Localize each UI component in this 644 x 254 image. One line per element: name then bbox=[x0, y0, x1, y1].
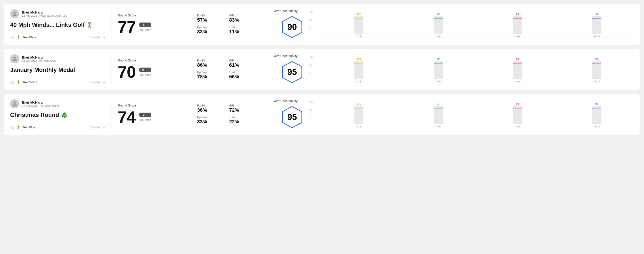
user-info: Blair McHarg 12 Feb 2022 · Royal North D… bbox=[22, 10, 67, 17]
y-axis: 100 50 0 bbox=[309, 56, 313, 74]
chart-grid: 101 OTT 86 APP 96 bbox=[322, 56, 634, 83]
fw-hit-value: 86% bbox=[197, 62, 224, 68]
bar-value: 82 bbox=[595, 12, 598, 15]
round-title: January Monthly Medal bbox=[10, 66, 105, 73]
bar-fill-bg bbox=[513, 65, 522, 79]
bar-fill-bg bbox=[434, 66, 443, 79]
quality-score: 95 bbox=[288, 67, 297, 77]
bar-fill-bg bbox=[354, 108, 364, 124]
round-card: Blair McHarg 12 Feb 2022 · Royal North D… bbox=[4, 3, 640, 45]
bar-marker bbox=[354, 109, 364, 109]
bar-wrapper bbox=[513, 106, 522, 124]
bar-group-putt: 93 PUTT bbox=[560, 102, 634, 128]
score-number: 70 bbox=[118, 64, 136, 80]
gir-label: GIR bbox=[229, 59, 256, 62]
bar-group-app: 87 APP bbox=[401, 102, 475, 128]
bar-value: 95 bbox=[516, 102, 519, 105]
bar-fill-bg bbox=[354, 18, 364, 34]
bar-wrapper bbox=[434, 61, 443, 79]
updown-value: 78% bbox=[197, 74, 224, 80]
hexagon-container: 95 bbox=[280, 60, 304, 84]
oneputt-value: 22% bbox=[229, 119, 256, 125]
bar-marker bbox=[513, 109, 522, 109]
quality-section: Avg Shot Quality 95 bbox=[274, 54, 310, 84]
chart-outer: 100 50 0 101 OTT 86 bbox=[316, 56, 634, 83]
updown-stat: Up/Down 33% bbox=[197, 26, 224, 35]
bar-wrapper bbox=[592, 106, 601, 124]
oneputt-value: 11% bbox=[229, 29, 256, 35]
score-details: +5 18 Holes bbox=[140, 22, 151, 31]
gir-stat: GIR 83% bbox=[229, 14, 256, 23]
middle-section: Round Score 74 +2 18 Holes bbox=[118, 99, 190, 129]
gir-label: GIR bbox=[229, 14, 256, 17]
user-name: Blair McHarg bbox=[22, 10, 67, 14]
bar-value: 107 bbox=[356, 12, 361, 15]
left-section: Blair McHarg 29 Jan 2022 · Mill Ride GCC… bbox=[10, 54, 105, 84]
bar-wrapper bbox=[592, 16, 601, 34]
bar-group-ott: 107 OTT bbox=[322, 12, 396, 38]
gir-value: 83% bbox=[229, 17, 256, 23]
score-number: 77 bbox=[118, 19, 136, 35]
quality-section: Avg Shot Quality 90 bbox=[274, 9, 310, 39]
gir-stat: GIR 72% bbox=[229, 104, 256, 113]
chart-grid: 107 OTT 95 APP 98 bbox=[322, 11, 634, 38]
user-name: Blair McHarg bbox=[22, 101, 59, 104]
tee-info: ☁️ 🏌 Tee: Black bbox=[10, 35, 36, 39]
updown-label: Up/Down bbox=[197, 116, 224, 119]
bar-value: 87 bbox=[437, 102, 440, 105]
user-icon bbox=[12, 11, 17, 16]
bar-fill-bg bbox=[592, 64, 601, 79]
stats-section: FW Hit 36% GIR 72% Up/Down 33% 1 Putt 22… bbox=[197, 99, 256, 129]
stats-section: FW Hit 86% GIR 61% Up/Down 78% 1 Putt 56… bbox=[197, 54, 256, 84]
section-divider-2 bbox=[262, 54, 262, 84]
avatar bbox=[10, 9, 19, 18]
user-icon bbox=[12, 101, 17, 107]
fw-hit-stat: FW Hit 36% bbox=[197, 104, 224, 113]
bar-wrapper bbox=[513, 16, 522, 34]
oneputt-stat: 1 Putt 11% bbox=[229, 26, 256, 35]
stats-section: FW Hit 57% GIR 83% Up/Down 33% 1 Putt 11… bbox=[197, 9, 256, 39]
user-icon bbox=[12, 56, 17, 61]
tee-label: Tee: Yellow bbox=[23, 81, 38, 84]
chart-section: 100 50 0 110 OTT 87 bbox=[316, 99, 634, 129]
gir-value: 61% bbox=[229, 62, 256, 68]
score-badge: -2 bbox=[140, 68, 151, 72]
golf-bag-icon: 🏌 bbox=[16, 125, 21, 129]
middle-section: Round Score 77 +5 18 Holes bbox=[118, 9, 190, 39]
score-details: -2 18 Holes bbox=[140, 68, 151, 77]
left-section: Blair McHarg 27 Dec 2021 · The Oxfordshi… bbox=[10, 99, 105, 129]
user-info: Blair McHarg 27 Dec 2021 · The Oxfordshi… bbox=[22, 101, 59, 107]
bar-marker bbox=[434, 64, 443, 64]
fw-hit-label: FW Hit bbox=[197, 104, 224, 107]
bar-group-app: 95 APP bbox=[401, 12, 475, 38]
bar-value: 95 bbox=[437, 12, 440, 15]
fw-hit-label: FW Hit bbox=[197, 14, 224, 17]
user-info: Blair McHarg 29 Jan 2022 · Mill Ride GCC bbox=[22, 55, 56, 62]
y-axis: 100 50 0 bbox=[309, 11, 313, 29]
bar-wrapper bbox=[592, 61, 601, 79]
user-row: Blair McHarg 12 Feb 2022 · Royal North D… bbox=[10, 9, 105, 18]
round-score-label: Round Score bbox=[118, 104, 190, 107]
updown-stat: Up/Down 78% bbox=[197, 71, 224, 80]
bar-value: 98 bbox=[516, 12, 519, 15]
bar-group-putt: 82 PUTT bbox=[560, 12, 634, 38]
bar-value: 93 bbox=[595, 102, 598, 105]
score-badge: +5 bbox=[140, 22, 151, 27]
score-badge: +2 bbox=[140, 113, 151, 117]
bar-wrapper bbox=[354, 16, 364, 34]
user-meta: 29 Jan 2022 · Mill Ride GCC bbox=[22, 59, 56, 62]
bottom-row: ☁️ 🏌 Tee: Blue Data: Arccos bbox=[10, 123, 105, 129]
round-title: Christmas Round 🎄 bbox=[10, 112, 105, 119]
fw-hit-value: 36% bbox=[197, 107, 224, 113]
quality-score: 95 bbox=[288, 112, 297, 122]
holes-label: 18 Holes bbox=[140, 118, 151, 122]
bar-marker bbox=[592, 18, 601, 19]
bar-wrapper bbox=[354, 106, 364, 124]
gir-label: GIR bbox=[229, 104, 256, 107]
bar-value: 110 bbox=[356, 102, 361, 105]
section-divider bbox=[111, 9, 112, 39]
bar-group-arg: 98 ARG bbox=[481, 12, 555, 38]
chart-section: 100 50 0 101 OTT 86 bbox=[316, 54, 634, 84]
user-row: Blair McHarg 27 Dec 2021 · The Oxfordshi… bbox=[10, 99, 105, 108]
chart-outer: 100 50 0 107 OTT 95 bbox=[316, 11, 634, 38]
